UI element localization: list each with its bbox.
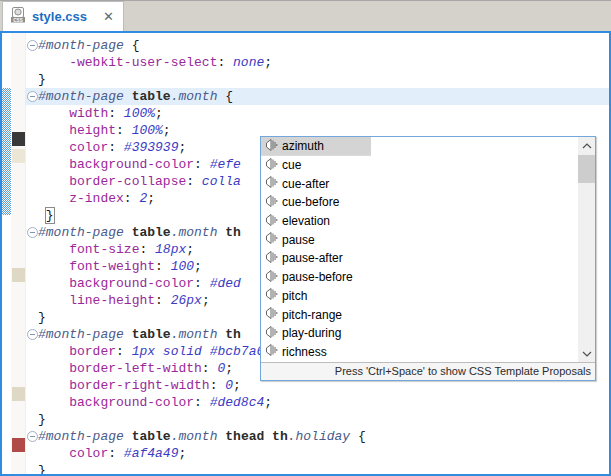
proposal-item[interactable]: richness <box>261 343 595 362</box>
code-token: background-color <box>69 395 194 410</box>
tab-close-icon[interactable]: ✕ <box>103 10 114 23</box>
code-token: .holiday <box>288 429 350 444</box>
code-token: background-color <box>69 276 194 291</box>
code-token: border-left-width <box>69 361 202 376</box>
code-token: width <box>69 106 108 121</box>
code-token <box>38 378 69 393</box>
code-token: : <box>210 378 226 393</box>
code-token: : <box>108 140 124 155</box>
code-line[interactable]: -webkit-user-select: none; <box>38 54 366 71</box>
code-token <box>38 123 69 138</box>
code-token: #month-page <box>38 429 124 444</box>
proposal-label: play-during <box>282 326 341 340</box>
fold-collapse-icon[interactable] <box>27 91 38 102</box>
proposal-item[interactable]: cue-after <box>261 174 595 193</box>
scroll-down-button[interactable] <box>578 345 595 362</box>
tab-style-css[interactable]: CSS style.css ✕ <box>2 1 124 31</box>
code-token: : <box>155 293 171 308</box>
code-token: 0 <box>225 378 233 393</box>
proposal-item[interactable]: cue <box>261 156 595 175</box>
aural-speaker-icon <box>264 306 278 323</box>
code-editor-area[interactable]: #month-page { -webkit-user-select: none;… <box>0 33 611 476</box>
aural-speaker-icon <box>264 138 278 155</box>
code-token: ; <box>233 378 241 393</box>
code-token: .month <box>171 225 218 240</box>
code-token: 100% <box>124 106 155 121</box>
code-line[interactable]: background-color: #ded8c4; <box>38 394 366 411</box>
code-token: #month-page <box>38 38 124 53</box>
fold-collapse-icon[interactable] <box>27 40 38 51</box>
scrollbar[interactable] <box>578 137 595 362</box>
color-preview-swatch <box>12 268 25 282</box>
proposal-label: pause <box>282 233 315 247</box>
proposal-label: cue-after <box>282 177 329 191</box>
code-line[interactable]: #month-page table.month { <box>38 88 366 105</box>
code-token: : <box>202 361 218 376</box>
code-token: } <box>38 412 46 427</box>
proposal-item[interactable]: pause-before <box>261 268 595 287</box>
code-token: 100% <box>132 123 163 138</box>
proposal-item[interactable]: pause-after <box>261 249 595 268</box>
code-token <box>38 395 69 410</box>
fold-collapse-icon[interactable] <box>27 431 38 442</box>
scroll-thumb[interactable] <box>578 155 595 183</box>
proposal-item[interactable]: elevation <box>261 212 595 231</box>
proposal-item[interactable]: azimuth <box>261 137 595 156</box>
css-file-icon: CSS <box>10 7 26 27</box>
code-token <box>38 276 69 291</box>
proposal-item[interactable]: pitch <box>261 287 595 306</box>
code-token: : <box>139 242 155 257</box>
eclipse-css-editor-window: CSS style.css ✕ #month-page { -webkit-us… <box>0 0 611 476</box>
color-preview-swatch <box>12 387 25 401</box>
proposal-item[interactable]: pause <box>261 230 595 249</box>
proposal-label: cue <box>282 158 301 172</box>
proposal-label: elevation <box>282 214 330 228</box>
proposal-item[interactable]: cue-before <box>261 193 595 212</box>
aural-speaker-icon <box>264 269 278 286</box>
tab-title: style.css <box>32 9 87 24</box>
code-token: ; <box>186 242 194 257</box>
code-line[interactable]: width: 100%; <box>38 105 366 122</box>
code-token: : <box>186 174 202 189</box>
code-token: { <box>350 429 366 444</box>
annotation-gutter <box>11 33 26 474</box>
code-token: 18px <box>155 242 186 257</box>
aural-speaker-icon <box>264 194 278 211</box>
code-token: th <box>225 225 241 240</box>
fold-collapse-icon[interactable] <box>27 227 38 238</box>
code-token <box>38 140 69 155</box>
code-token: } <box>38 310 46 325</box>
code-token: thead <box>225 429 264 444</box>
code-token: border-right-width <box>69 378 209 393</box>
code-token: border <box>69 344 116 359</box>
code-line[interactable]: } <box>38 411 366 428</box>
code-token: : <box>217 55 233 70</box>
code-token: height <box>69 123 116 138</box>
code-line[interactable]: } <box>38 71 366 88</box>
code-token: ; <box>163 123 171 138</box>
code-token <box>124 89 132 104</box>
code-token: : <box>124 191 140 206</box>
scroll-up-button[interactable] <box>578 137 595 154</box>
code-token: ; <box>147 191 155 206</box>
code-token: { <box>124 38 140 53</box>
code-token: ; <box>202 293 210 308</box>
code-token: none <box>233 55 264 70</box>
aural-speaker-icon <box>264 231 278 248</box>
code-token <box>38 55 69 70</box>
code-line[interactable]: #month-page table.month thead th.holiday… <box>38 428 366 445</box>
aural-speaker-icon <box>264 325 278 342</box>
proposal-label: richness <box>282 345 327 359</box>
color-preview-swatch <box>12 132 25 146</box>
code-line[interactable]: } <box>38 462 366 476</box>
code-line[interactable]: #month-page { <box>38 37 366 54</box>
code-token: 100 <box>171 259 194 274</box>
aural-speaker-icon <box>264 287 278 304</box>
fold-collapse-icon[interactable] <box>27 329 38 340</box>
proposal-item[interactable]: pitch-range <box>261 305 595 324</box>
proposal-item[interactable]: play-during <box>261 324 595 343</box>
code-token <box>124 429 132 444</box>
code-line[interactable]: color: #af4a49; <box>38 445 366 462</box>
code-token: : <box>108 446 124 461</box>
color-preview-swatch <box>12 149 25 163</box>
